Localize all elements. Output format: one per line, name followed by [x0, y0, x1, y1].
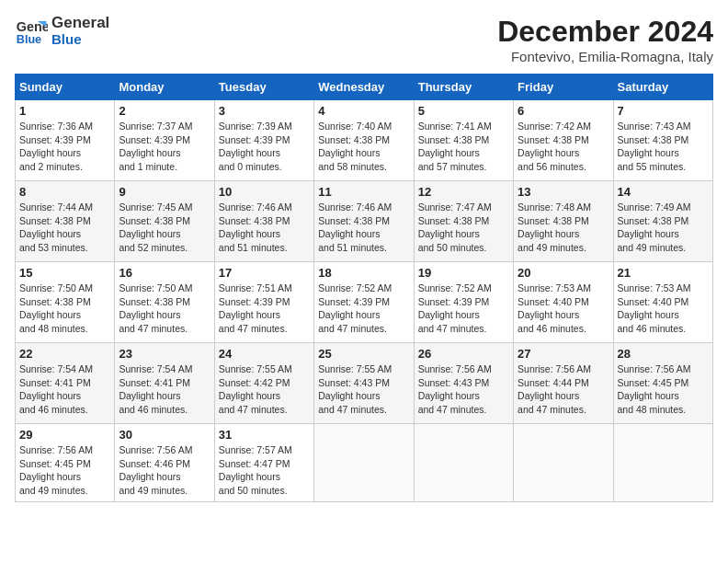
day-header-saturday: Saturday: [613, 75, 712, 100]
day-info: Sunrise: 7:54 AMSunset: 4:41 PMDaylight …: [19, 362, 110, 417]
calendar-cell: 30Sunrise: 7:56 AMSunset: 4:46 PMDayligh…: [115, 424, 214, 502]
day-info: Sunrise: 7:57 AMSunset: 4:47 PMDaylight …: [219, 443, 310, 498]
day-info: Sunrise: 7:52 AMSunset: 4:39 PMDaylight …: [418, 282, 509, 336]
calendar-cell: 7Sunrise: 7:43 AMSunset: 4:38 PMDaylight…: [613, 100, 712, 181]
calendar-cell: 25Sunrise: 7:55 AMSunset: 4:43 PMDayligh…: [314, 343, 414, 424]
day-info: Sunrise: 7:44 AMSunset: 4:38 PMDaylight …: [19, 201, 110, 255]
day-number: 18: [318, 266, 409, 280]
day-info: Sunrise: 7:56 AMSunset: 4:44 PMDaylight …: [518, 362, 609, 417]
day-info: Sunrise: 7:56 AMSunset: 4:46 PMDaylight …: [119, 443, 210, 498]
day-info: Sunrise: 7:50 AMSunset: 4:38 PMDaylight …: [119, 282, 210, 336]
day-info: Sunrise: 7:46 AMSunset: 4:38 PMDaylight …: [219, 201, 310, 255]
calendar-header-row: SundayMondayTuesdayWednesdayThursdayFrid…: [16, 75, 713, 100]
calendar-cell: 2Sunrise: 7:37 AMSunset: 4:39 PMDaylight…: [115, 100, 214, 181]
calendar-cell: 15Sunrise: 7:50 AMSunset: 4:38 PMDayligh…: [16, 262, 115, 343]
calendar-cell: 10Sunrise: 7:46 AMSunset: 4:38 PMDayligh…: [214, 181, 313, 262]
calendar-cell: 21Sunrise: 7:53 AMSunset: 4:40 PMDayligh…: [613, 262, 712, 343]
day-info: Sunrise: 7:46 AMSunset: 4:38 PMDaylight …: [318, 201, 409, 255]
day-number: 10: [219, 185, 310, 199]
location: Fontevivo, Emilia-Romagna, Italy: [497, 49, 713, 64]
calendar-cell: 11Sunrise: 7:46 AMSunset: 4:38 PMDayligh…: [314, 181, 414, 262]
day-info: Sunrise: 7:52 AMSunset: 4:39 PMDaylight …: [318, 282, 409, 336]
day-number: 3: [219, 104, 310, 118]
calendar-cell: 1Sunrise: 7:36 AMSunset: 4:39 PMDaylight…: [16, 100, 115, 181]
day-header-tuesday: Tuesday: [214, 75, 313, 100]
day-info: Sunrise: 7:49 AMSunset: 4:38 PMDaylight …: [618, 201, 709, 255]
calendar-cell: 17Sunrise: 7:51 AMSunset: 4:39 PMDayligh…: [214, 262, 313, 343]
day-info: Sunrise: 7:45 AMSunset: 4:38 PMDaylight …: [119, 201, 210, 255]
calendar-cell: 26Sunrise: 7:56 AMSunset: 4:43 PMDayligh…: [414, 343, 513, 424]
day-number: 6: [518, 104, 609, 118]
day-number: 19: [418, 266, 509, 280]
calendar-cell: [314, 424, 414, 502]
day-header-friday: Friday: [514, 75, 613, 100]
calendar-cell: 5Sunrise: 7:41 AMSunset: 4:38 PMDaylight…: [414, 100, 513, 181]
day-info: Sunrise: 7:41 AMSunset: 4:38 PMDaylight …: [418, 120, 509, 174]
day-number: 7: [618, 104, 709, 118]
day-number: 29: [19, 428, 110, 442]
day-number: 28: [618, 347, 709, 361]
day-number: 27: [518, 347, 609, 361]
calendar-cell: 12Sunrise: 7:47 AMSunset: 4:38 PMDayligh…: [414, 181, 513, 262]
calendar-cell: [514, 424, 613, 502]
calendar-cell: 28Sunrise: 7:56 AMSunset: 4:45 PMDayligh…: [613, 343, 712, 424]
day-number: 5: [418, 104, 509, 118]
calendar-cell: 29Sunrise: 7:56 AMSunset: 4:45 PMDayligh…: [16, 424, 115, 502]
page-header: General Blue General Blue December 2024 …: [15, 15, 713, 64]
day-info: Sunrise: 7:50 AMSunset: 4:38 PMDaylight …: [19, 282, 110, 336]
calendar-cell: 20Sunrise: 7:53 AMSunset: 4:40 PMDayligh…: [514, 262, 613, 343]
day-info: Sunrise: 7:56 AMSunset: 4:45 PMDaylight …: [618, 362, 709, 417]
calendar-cell: 22Sunrise: 7:54 AMSunset: 4:41 PMDayligh…: [16, 343, 115, 424]
day-number: 4: [318, 104, 409, 118]
calendar-cell: 16Sunrise: 7:50 AMSunset: 4:38 PMDayligh…: [115, 262, 214, 343]
day-info: Sunrise: 7:42 AMSunset: 4:38 PMDaylight …: [518, 120, 609, 174]
day-number: 15: [19, 266, 110, 280]
day-header-thursday: Thursday: [414, 75, 513, 100]
day-number: 8: [19, 185, 110, 199]
day-number: 31: [219, 428, 310, 442]
calendar-cell: 4Sunrise: 7:40 AMSunset: 4:38 PMDaylight…: [314, 100, 414, 181]
calendar-cell: 6Sunrise: 7:42 AMSunset: 4:38 PMDaylight…: [514, 100, 613, 181]
day-number: 9: [119, 185, 210, 199]
day-info: Sunrise: 7:56 AMSunset: 4:45 PMDaylight …: [19, 443, 110, 498]
day-number: 21: [618, 266, 709, 280]
day-info: Sunrise: 7:53 AMSunset: 4:40 PMDaylight …: [618, 282, 709, 336]
logo: General Blue General Blue: [15, 15, 109, 48]
day-info: Sunrise: 7:48 AMSunset: 4:38 PMDaylight …: [518, 201, 609, 255]
day-info: Sunrise: 7:56 AMSunset: 4:43 PMDaylight …: [418, 362, 509, 417]
day-number: 30: [119, 428, 210, 442]
day-number: 26: [418, 347, 509, 361]
day-info: Sunrise: 7:55 AMSunset: 4:43 PMDaylight …: [318, 362, 409, 417]
day-number: 11: [318, 185, 409, 199]
day-info: Sunrise: 7:36 AMSunset: 4:39 PMDaylight …: [19, 120, 110, 174]
day-number: 20: [518, 266, 609, 280]
day-number: 24: [219, 347, 310, 361]
day-number: 1: [19, 104, 110, 118]
calendar-cell: [613, 424, 712, 502]
svg-text:Blue: Blue: [17, 33, 41, 46]
day-number: 16: [119, 266, 210, 280]
logo-icon: General Blue: [15, 15, 48, 48]
calendar-cell: 23Sunrise: 7:54 AMSunset: 4:41 PMDayligh…: [115, 343, 214, 424]
calendar-cell: 24Sunrise: 7:55 AMSunset: 4:42 PMDayligh…: [214, 343, 313, 424]
calendar-cell: [414, 424, 513, 502]
day-info: Sunrise: 7:54 AMSunset: 4:41 PMDaylight …: [119, 362, 210, 417]
day-number: 17: [219, 266, 310, 280]
day-info: Sunrise: 7:55 AMSunset: 4:42 PMDaylight …: [219, 362, 310, 417]
calendar-cell: 3Sunrise: 7:39 AMSunset: 4:39 PMDaylight…: [214, 100, 313, 181]
day-info: Sunrise: 7:43 AMSunset: 4:38 PMDaylight …: [618, 120, 709, 174]
calendar-cell: 13Sunrise: 7:48 AMSunset: 4:38 PMDayligh…: [514, 181, 613, 262]
month-title: December 2024: [497, 15, 713, 49]
day-number: 13: [518, 185, 609, 199]
calendar-table: SundayMondayTuesdayWednesdayThursdayFrid…: [15, 74, 713, 502]
day-number: 2: [119, 104, 210, 118]
calendar-cell: 18Sunrise: 7:52 AMSunset: 4:39 PMDayligh…: [314, 262, 414, 343]
day-info: Sunrise: 7:39 AMSunset: 4:39 PMDaylight …: [219, 120, 310, 174]
day-info: Sunrise: 7:51 AMSunset: 4:39 PMDaylight …: [219, 282, 310, 336]
day-number: 22: [19, 347, 110, 361]
day-header-sunday: Sunday: [16, 75, 115, 100]
calendar-cell: 9Sunrise: 7:45 AMSunset: 4:38 PMDaylight…: [115, 181, 214, 262]
title-section: December 2024 Fontevivo, Emilia-Romagna,…: [497, 15, 713, 64]
day-number: 14: [618, 185, 709, 199]
day-info: Sunrise: 7:53 AMSunset: 4:40 PMDaylight …: [518, 282, 609, 336]
